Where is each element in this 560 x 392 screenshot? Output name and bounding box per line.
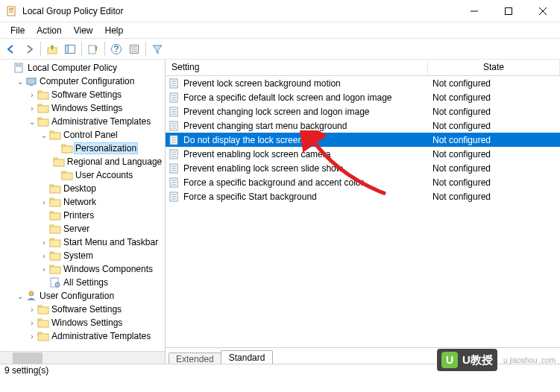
toolbar-separator <box>81 42 82 57</box>
help-button[interactable]: ? <box>108 41 125 57</box>
titlebar: Local Group Policy Editor <box>0 0 560 22</box>
tree-all-settings[interactable]: ·All Settings <box>0 276 165 289</box>
menubar: File Action View Help <box>0 22 560 39</box>
svg-rect-29 <box>50 133 60 139</box>
policy-tree[interactable]: ▸Local Computer Policy ⌄Computer Configu… <box>0 60 165 344</box>
properties-button[interactable] <box>126 41 142 57</box>
menu-action[interactable]: Action <box>31 24 67 37</box>
settings-row[interactable]: Do not display the lock screenNot config… <box>166 133 560 147</box>
tree-user-admin-templates[interactable]: ›Administrative Templates <box>0 329 165 343</box>
tree-label: Computer Configuration <box>40 76 134 86</box>
tree-label: Control Panel <box>63 130 118 140</box>
tab-standard[interactable]: Standard <box>221 350 274 364</box>
show-hide-tree-button[interactable] <box>62 41 78 57</box>
column-state[interactable]: State <box>428 60 560 75</box>
tree-software-settings[interactable]: ›Software Settings <box>0 88 165 101</box>
tree-label: User Accounts <box>75 170 133 180</box>
tree-network[interactable]: ›Network <box>0 195 165 209</box>
column-setting[interactable]: Setting <box>166 60 428 75</box>
settings-row[interactable]: Force a specific background and accent c… <box>166 175 560 189</box>
tree-label: Printers <box>63 210 94 221</box>
svg-rect-35 <box>62 173 72 180</box>
tree-label: Administrative Templates <box>51 331 151 341</box>
setting-name: Prevent lock screen background motion <box>183 78 341 89</box>
filter-button[interactable] <box>149 41 166 57</box>
svg-rect-27 <box>38 119 48 126</box>
watermark-brand: U教授 <box>462 353 493 367</box>
settings-row[interactable]: Prevent changing start menu backgroundNo… <box>166 118 560 133</box>
svg-rect-19 <box>16 65 21 66</box>
menu-view[interactable]: View <box>68 24 99 37</box>
export-button[interactable] <box>85 41 101 57</box>
svg-rect-43 <box>50 227 60 233</box>
svg-rect-23 <box>38 92 48 99</box>
forward-button[interactable] <box>21 41 37 57</box>
back-button[interactable] <box>3 41 19 57</box>
setting-name: Force a specific default lock screen and… <box>183 92 392 103</box>
tree-user-software-settings[interactable]: ›Software Settings <box>0 303 165 316</box>
setting-state: Not configured <box>428 92 560 103</box>
setting-state: Not configured <box>428 177 560 188</box>
tree-label: Windows Components <box>63 264 153 274</box>
tree-windows-components[interactable]: ›Windows Components <box>0 262 165 276</box>
maximize-button[interactable] <box>491 0 526 22</box>
status-text: 9 setting(s) <box>4 365 48 376</box>
menu-file[interactable]: File <box>4 24 31 37</box>
toolbar-separator <box>40 42 41 57</box>
svg-rect-5 <box>506 7 512 14</box>
tree-start-menu[interactable]: ›Start Menu and Taskbar <box>0 235 165 249</box>
policy-setting-icon <box>169 148 180 160</box>
tree-printers[interactable]: ·Printers <box>0 209 165 222</box>
tree-server[interactable]: ·Server <box>0 222 165 235</box>
tree-label: Local Computer Policy <box>28 63 117 73</box>
setting-state: Not configured <box>428 78 560 89</box>
window-title: Local Group Policy Editor <box>22 6 457 16</box>
tree-label: Software Settings <box>51 89 122 100</box>
svg-rect-41 <box>50 213 60 220</box>
tree-root[interactable]: ▸Local Computer Policy <box>0 61 165 75</box>
svg-point-51 <box>55 282 60 287</box>
setting-state: Not configured <box>428 135 560 145</box>
tree-windows-settings[interactable]: ›Windows Settings <box>0 101 165 115</box>
settings-row[interactable]: Force a specific default lock screen and… <box>166 90 560 104</box>
settings-row[interactable]: Force a specific Start backgroundNot con… <box>166 189 560 203</box>
horizontal-scrollbar[interactable] <box>0 351 165 364</box>
close-button[interactable] <box>526 0 560 22</box>
tree-label: Personalization <box>74 142 138 154</box>
content-area: ▸Local Computer Policy ⌄Computer Configu… <box>0 60 560 364</box>
tree-desktop[interactable]: ·Desktop <box>0 182 165 195</box>
tree-computer-configuration[interactable]: ⌄Computer Configuration <box>0 75 165 88</box>
settings-row[interactable]: Prevent changing lock screen and logon i… <box>166 104 560 118</box>
settings-row[interactable]: Prevent enabling lock screen slide showN… <box>166 161 560 175</box>
up-level-button[interactable] <box>44 41 60 57</box>
tab-extended[interactable]: Extended <box>169 353 221 364</box>
policy-setting-icon <box>169 191 180 203</box>
tree-user-configuration[interactable]: ⌄User Configuration <box>0 289 165 303</box>
minimize-button[interactable] <box>457 0 491 22</box>
svg-rect-1 <box>9 8 13 10</box>
policy-setting-icon <box>169 92 180 104</box>
toolbar-separator <box>145 42 146 57</box>
setting-name: Force a specific Start background <box>183 192 317 202</box>
app-icon <box>6 5 18 17</box>
svg-rect-31 <box>62 146 72 153</box>
setting-state: Not configured <box>428 149 560 159</box>
tree-pane: ▸Local Computer Policy ⌄Computer Configu… <box>0 60 166 364</box>
toolbar: ? <box>0 39 560 60</box>
tree-user-windows-settings[interactable]: ›Windows Settings <box>0 316 165 329</box>
menu-help[interactable]: Help <box>99 24 130 37</box>
setting-name: Prevent enabling lock screen slide show <box>183 163 342 174</box>
settings-row[interactable]: Prevent lock screen background motionNot… <box>166 76 560 90</box>
policy-setting-icon <box>169 120 180 132</box>
tree-label: Administrative Templates <box>51 116 151 127</box>
settings-list[interactable]: Prevent lock screen background motionNot… <box>166 76 560 203</box>
tree-user-accounts[interactable]: ·User Accounts <box>0 168 165 182</box>
tree-personalization[interactable]: ·Personalization <box>0 142 165 155</box>
setting-name: Prevent enabling lock screen camera <box>183 149 330 159</box>
tree-system[interactable]: ›System <box>0 249 165 262</box>
settings-row[interactable]: Prevent enabling lock screen cameraNot c… <box>166 147 560 161</box>
tree-administrative-templates[interactable]: ⌄Administrative Templates <box>0 115 165 128</box>
tree-regional-language[interactable]: ·Regional and Language <box>0 155 165 168</box>
tree-control-panel[interactable]: ⌄Control Panel <box>0 128 165 142</box>
svg-rect-58 <box>38 334 48 341</box>
